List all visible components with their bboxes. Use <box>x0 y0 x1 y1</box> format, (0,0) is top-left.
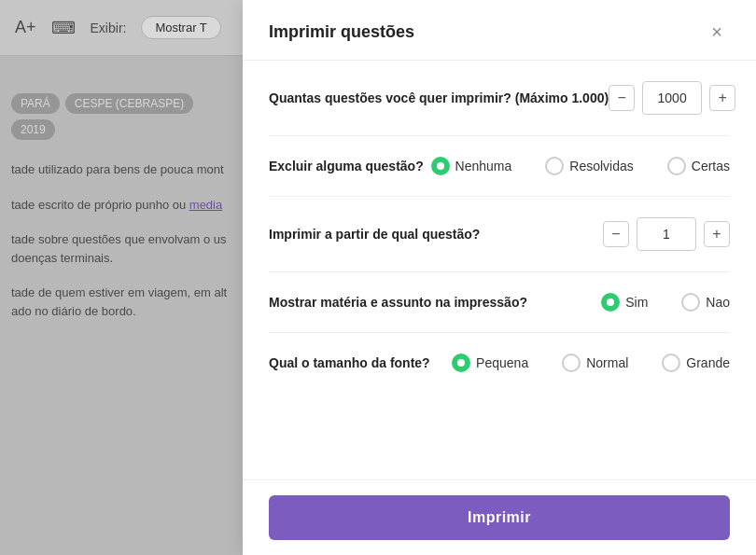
exclude-row: Excluir alguma questão? Nenhuma Resolvid… <box>269 136 730 197</box>
exclude-label: Excluir alguma questão? <box>269 159 424 173</box>
font-size-normal-radio[interactable] <box>562 354 581 372</box>
exclude-nenhuma-option[interactable]: Nenhuma <box>431 157 512 175</box>
modal-footer: Imprimir <box>243 479 756 555</box>
font-size-grande-radio[interactable] <box>662 354 680 372</box>
close-button[interactable]: × <box>704 19 730 45</box>
exclude-resolvidas-label: Resolvidas <box>569 159 633 173</box>
print-button[interactable]: Imprimir <box>269 495 730 540</box>
show-subject-row: Mostrar matéria e assunto na impressão? … <box>269 272 730 333</box>
show-subject-nao-option[interactable]: Nao <box>681 293 730 312</box>
font-size-pequena-radio[interactable] <box>452 354 470 372</box>
show-subject-nao-radio[interactable] <box>681 293 700 312</box>
quantity-stepper: − + <box>609 81 735 115</box>
exclude-resolvidas-radio[interactable] <box>545 157 564 175</box>
start-from-input[interactable] <box>637 217 696 251</box>
start-from-stepper: − + <box>603 217 730 251</box>
quantity-plus-button[interactable]: + <box>709 85 735 111</box>
exclude-certas-option[interactable]: Certas <box>667 157 730 175</box>
start-from-label: Imprimir a partir de qual questão? <box>269 227 480 242</box>
exclude-nenhuma-radio[interactable] <box>431 157 450 175</box>
modal-header: Imprimir questões × <box>243 0 756 61</box>
font-size-radio-group: Pequena Normal Grande <box>452 354 730 372</box>
show-subject-label: Mostrar matéria e assunto na impressão? <box>269 295 527 310</box>
font-size-grande-label: Grande <box>686 355 730 370</box>
show-subject-sim-option[interactable]: Sim <box>601 293 648 312</box>
show-subject-radio-group: Sim Nao <box>601 293 730 312</box>
start-from-plus-button[interactable]: + <box>704 221 730 247</box>
quantity-label: Quantas questões você quer imprimir? (Má… <box>269 90 609 105</box>
font-size-label: Qual o tamanho da fonte? <box>269 355 430 370</box>
exclude-certas-radio[interactable] <box>667 157 686 175</box>
quantity-minus-button[interactable]: − <box>609 85 635 111</box>
quantity-input[interactable] <box>642 81 702 115</box>
font-size-pequena-option[interactable]: Pequena <box>452 354 528 372</box>
font-size-row: Qual o tamanho da fonte? Pequena Normal … <box>269 333 730 393</box>
exclude-radio-group: Nenhuma Resolvidas Certas <box>431 157 730 175</box>
exclude-nenhuma-label: Nenhuma <box>455 159 512 173</box>
font-size-normal-label: Normal <box>586 355 628 370</box>
quantity-row: Quantas questões você quer imprimir? (Má… <box>269 61 730 136</box>
show-subject-nao-label: Nao <box>706 295 730 310</box>
exclude-certas-label: Certas <box>692 159 730 173</box>
show-subject-sim-radio[interactable] <box>601 293 620 312</box>
print-modal: Imprimir questões × Quantas questões voc… <box>243 0 756 555</box>
font-size-grande-option[interactable]: Grande <box>662 354 730 372</box>
modal-title: Imprimir questões <box>269 22 414 42</box>
font-size-normal-option[interactable]: Normal <box>562 354 628 372</box>
start-from-minus-button[interactable]: − <box>603 221 629 247</box>
exclude-resolvidas-option[interactable]: Resolvidas <box>545 157 633 175</box>
modal-body: Quantas questões você quer imprimir? (Má… <box>243 61 756 479</box>
show-subject-sim-label: Sim <box>625 295 648 310</box>
font-size-pequena-label: Pequena <box>476 355 528 370</box>
start-from-row: Imprimir a partir de qual questão? − + <box>269 197 730 272</box>
